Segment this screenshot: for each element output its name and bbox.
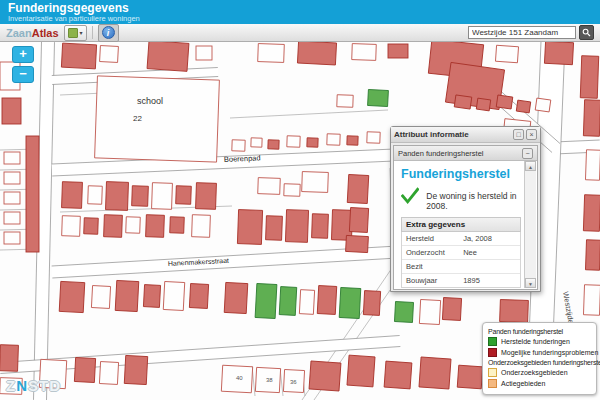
building-problem[interactable] xyxy=(84,218,99,234)
building-problem[interactable] xyxy=(62,182,83,209)
building-outline[interactable] xyxy=(302,172,329,193)
building-problem[interactable] xyxy=(388,44,408,58)
building-problem[interactable] xyxy=(585,240,600,270)
building-outline[interactable] xyxy=(4,232,20,244)
building-outline[interactable] xyxy=(192,215,211,238)
building-problem[interactable] xyxy=(124,355,147,384)
building-problem[interactable] xyxy=(583,100,600,137)
building-outline[interactable] xyxy=(4,212,20,224)
building-outline[interactable] xyxy=(99,362,118,385)
building-problem[interactable] xyxy=(268,140,279,149)
building-problem[interactable] xyxy=(384,361,412,389)
building-problem[interactable] xyxy=(346,235,369,252)
building-outline[interactable] xyxy=(100,46,119,63)
building-outline[interactable] xyxy=(585,150,600,180)
building-problem[interactable] xyxy=(312,214,329,239)
building-problem[interactable] xyxy=(143,285,160,308)
building-problem[interactable] xyxy=(419,357,451,389)
building-problem[interactable] xyxy=(106,182,129,211)
building-problem[interactable] xyxy=(147,41,189,72)
search-button[interactable] xyxy=(579,25,594,40)
building-outline[interactable] xyxy=(4,192,20,204)
building-problem[interactable] xyxy=(442,298,461,321)
zoom-in-button[interactable]: + xyxy=(12,46,34,63)
building-restored[interactable] xyxy=(279,287,296,316)
building-outline[interactable] xyxy=(4,172,20,184)
building-problem[interactable] xyxy=(170,217,185,233)
building-problem[interactable] xyxy=(115,280,139,311)
building-problem[interactable] xyxy=(445,62,504,109)
building-outline[interactable] xyxy=(88,186,103,204)
building-problem[interactable] xyxy=(544,41,573,64)
building-problem[interactable] xyxy=(196,183,217,210)
building-outline[interactable] xyxy=(535,98,551,112)
building-problem[interactable] xyxy=(307,138,318,147)
building-outline[interactable] xyxy=(232,140,245,151)
building-problem[interactable] xyxy=(347,174,368,203)
building-problem[interactable] xyxy=(74,357,95,382)
building-outline[interactable] xyxy=(419,299,440,324)
building-problem[interactable] xyxy=(500,300,529,323)
building-outline[interactable] xyxy=(367,132,380,143)
close-icon[interactable]: × xyxy=(526,129,537,140)
building-outline[interactable] xyxy=(287,136,300,147)
building-problem[interactable] xyxy=(496,95,513,109)
building-outline[interactable] xyxy=(258,178,281,195)
building-outline[interactable] xyxy=(258,44,285,63)
building-problem[interactable] xyxy=(132,186,149,207)
building-problem[interactable] xyxy=(516,100,530,113)
building-problem[interactable] xyxy=(237,210,262,245)
popup-titlebar[interactable]: Attribuut informatie □ × xyxy=(391,127,540,143)
info-button[interactable]: i xyxy=(98,24,119,42)
building-problem[interactable] xyxy=(59,281,85,312)
building-problem[interactable] xyxy=(61,43,96,69)
building-problem[interactable] xyxy=(26,136,39,252)
zoom-out-button[interactable]: − xyxy=(12,66,34,83)
building-problem[interactable] xyxy=(580,56,598,99)
building-problem[interactable] xyxy=(266,216,283,241)
building-outline[interactable] xyxy=(95,76,220,162)
building-problem[interactable] xyxy=(347,136,358,145)
building-outline[interactable] xyxy=(327,134,340,145)
building-problem[interactable] xyxy=(2,98,21,124)
building-outline[interactable] xyxy=(352,44,377,61)
building-problem[interactable] xyxy=(104,215,123,238)
maximize-button[interactable]: □ xyxy=(513,129,524,140)
building-outline[interactable] xyxy=(583,285,600,316)
popup-scrollbar[interactable]: ▲ ▼ xyxy=(524,161,536,288)
building-outline[interactable] xyxy=(299,290,314,315)
building-problem[interactable] xyxy=(189,284,208,309)
building-problem[interactable] xyxy=(476,98,490,111)
building-problem[interactable] xyxy=(297,41,336,65)
building-outline[interactable] xyxy=(152,183,173,210)
building-problem[interactable] xyxy=(349,208,368,233)
building-outline[interactable] xyxy=(126,217,141,233)
building-problem[interactable] xyxy=(309,361,341,391)
building-restored[interactable] xyxy=(368,89,389,106)
building-outline[interactable] xyxy=(337,95,353,108)
building-outline[interactable] xyxy=(163,281,184,310)
building-problem[interactable] xyxy=(176,186,192,205)
building-problem[interactable] xyxy=(347,355,375,387)
building-outline[interactable] xyxy=(251,138,262,147)
building-outline[interactable] xyxy=(62,216,81,237)
scroll-up-icon[interactable]: ▲ xyxy=(525,161,536,171)
search-input[interactable] xyxy=(468,26,576,39)
building-problem[interactable] xyxy=(224,282,248,313)
building-problem[interactable] xyxy=(583,195,600,232)
building-problem[interactable] xyxy=(363,291,380,316)
building-restored[interactable] xyxy=(394,302,413,323)
building-outline[interactable] xyxy=(284,184,300,197)
building-problem[interactable] xyxy=(457,365,482,389)
building-restored[interactable] xyxy=(339,287,361,318)
building-problem[interactable] xyxy=(454,95,472,109)
building-problem[interactable] xyxy=(0,345,18,372)
building-outline[interactable] xyxy=(196,46,212,60)
building-restored[interactable] xyxy=(255,283,277,318)
building-problem[interactable] xyxy=(146,215,165,238)
collapse-button[interactable]: − xyxy=(522,148,533,159)
building-problem[interactable] xyxy=(285,210,308,243)
building-outline[interactable] xyxy=(4,152,20,164)
layers-dropdown-button[interactable]: ▾ xyxy=(64,25,87,41)
building-problem[interactable] xyxy=(317,286,336,315)
